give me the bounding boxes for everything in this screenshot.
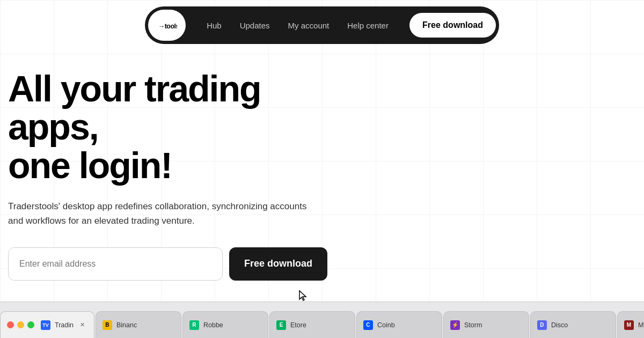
nav-links: Hub Updates My account Help center <box>190 17 405 34</box>
browser-tab-2[interactable]: B Binanc <box>96 311 181 338</box>
browser-tab-4[interactable]: E Etore <box>269 311 355 338</box>
tab-title-7: Disco <box>551 321 609 329</box>
tab-title-4: Etore <box>290 321 348 329</box>
nav-free-download-button[interactable]: Free download <box>409 13 496 38</box>
svg-text:→tools: →tools <box>158 23 177 30</box>
traffic-light-yellow <box>17 321 24 328</box>
hero-title-line1: All your trading apps, <box>8 68 260 147</box>
tab-close-1[interactable]: ✕ <box>78 320 87 330</box>
tab-title-5: Coinb <box>377 321 435 329</box>
tab-title-8: Myfxb <box>638 321 644 329</box>
browser-tab-7[interactable]: D Disco <box>530 311 616 338</box>
tab-favicon-1: TV <box>41 320 50 330</box>
tab-favicon-6: ⚡ <box>450 320 460 330</box>
browser-bar: TV Tradin ✕ B Binanc R Robbe E Etore C C… <box>0 302 644 338</box>
hero-title: All your trading apps, one login! <box>8 70 352 185</box>
tab-title-2: Binanc <box>116 321 174 329</box>
browser-tab-3[interactable]: R Robbe <box>182 311 268 338</box>
browser-tabs-container: TV Tradin ✕ B Binanc R Robbe E Etore C C… <box>0 302 644 338</box>
hero-section: All your trading apps, one login! Trader… <box>8 70 352 281</box>
mouse-cursor <box>298 290 308 302</box>
tab-title-3: Robbe <box>203 321 261 329</box>
browser-tab-6[interactable]: ⚡ Storm <box>443 311 529 338</box>
nav-link-hub[interactable]: Hub <box>199 17 229 34</box>
nav-link-my-account[interactable]: My account <box>281 17 337 34</box>
traffic-light-green <box>27 321 34 328</box>
email-input[interactable] <box>8 247 223 281</box>
navbar: →tools Hub Updates My account Help cente… <box>145 6 499 44</box>
traffic-lights <box>7 321 34 328</box>
nav-link-help-center[interactable]: Help center <box>340 17 396 34</box>
hero-title-line2: one login! <box>8 145 172 186</box>
logo[interactable]: →tools <box>148 10 186 41</box>
logo-icon: →tools <box>157 15 177 35</box>
tab-title-1: Tradin <box>55 321 74 329</box>
tab-favicon-3: R <box>189 320 199 330</box>
hero-download-button[interactable]: Free download <box>229 247 327 281</box>
tab-title-6: Storm <box>464 321 522 329</box>
hero-subtitle: Traderstools' desktop app redefines coll… <box>8 200 319 228</box>
hero-form: Free download <box>8 247 352 281</box>
browser-tab-1[interactable]: TV Tradin ✕ <box>0 311 94 338</box>
tab-favicon-4: E <box>276 320 286 330</box>
browser-tab-5[interactable]: C Coinb <box>356 311 442 338</box>
tab-favicon-5: C <box>363 320 373 330</box>
tab-favicon-7: D <box>537 320 547 330</box>
nav-link-updates[interactable]: Updates <box>232 17 277 34</box>
traffic-light-red <box>7 321 14 328</box>
browser-tab-8[interactable]: M Myfxb <box>617 311 644 338</box>
tab-favicon-2: B <box>103 320 112 330</box>
tab-favicon-8: M <box>624 320 634 330</box>
